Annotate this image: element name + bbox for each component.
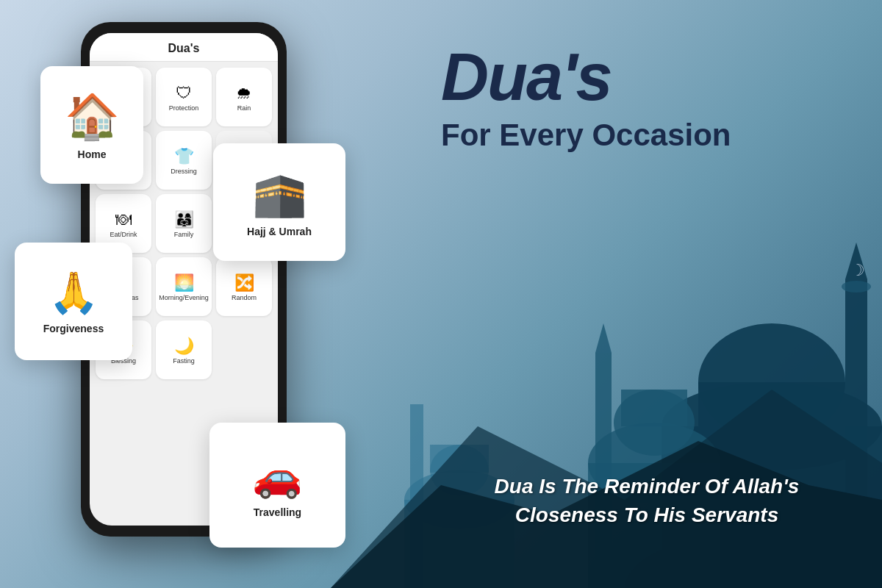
grid-item-fasting[interactable]: 🌙 Fasting xyxy=(156,320,212,379)
floating-travelling-label: Travelling xyxy=(254,506,301,518)
floating-card-home[interactable]: 🏠 Home xyxy=(40,66,143,184)
floating-home-icon: 🏠 xyxy=(65,90,120,143)
svg-marker-14 xyxy=(595,323,612,353)
app-title: Dua's xyxy=(441,44,838,110)
floating-hajj-icon: 🕋 xyxy=(252,168,307,220)
grid-item-rain[interactable]: 🌧 Rain xyxy=(216,68,272,126)
fasting-icon: 🌙 xyxy=(174,338,194,354)
protection-label: Protection xyxy=(169,104,199,112)
phone-header: Dua's xyxy=(90,33,278,62)
svg-text:☽: ☽ xyxy=(850,261,865,279)
app-subtitle: For Every Occasion xyxy=(441,118,838,153)
svg-point-7 xyxy=(842,281,871,293)
tagline: Dua Is The Reminder Of Allah's Closeness… xyxy=(456,472,838,529)
dressing-label: Dressing xyxy=(171,168,197,175)
floating-card-forgiveness[interactable]: 🙏 Forgiveness xyxy=(15,243,132,360)
floating-card-travelling[interactable]: 🚗 Travelling xyxy=(209,423,345,548)
random-icon: 🔀 xyxy=(234,275,254,291)
dressing-icon: 👕 xyxy=(174,148,194,165)
right-panel: Dua's For Every Occasion xyxy=(441,44,838,153)
eatdrink-label: Eat/Drink xyxy=(110,231,137,238)
svg-rect-12 xyxy=(621,390,687,426)
morning-label: Morning/Evening xyxy=(159,294,209,301)
floating-travelling-icon: 🚗 xyxy=(252,453,303,501)
rain-label: Rain xyxy=(237,104,251,112)
protection-icon: 🛡 xyxy=(176,85,192,101)
floating-hajj-label: Hajj & Umrah xyxy=(247,226,312,237)
family-label: Family xyxy=(174,231,194,238)
family-icon: 👨‍👩‍👧 xyxy=(174,212,194,228)
floating-card-hajj[interactable]: 🕋 Hajj & Umrah xyxy=(213,143,345,261)
floating-home-label: Home xyxy=(78,148,107,160)
eatdrink-icon: 🍽 xyxy=(115,212,132,228)
grid-item-morning[interactable]: 🌅 Morning/Evening xyxy=(156,257,212,316)
morning-icon: 🌅 xyxy=(174,275,194,291)
grid-item-dressing[interactable]: 👕 Dressing xyxy=(156,131,212,190)
rain-icon: 🌧 xyxy=(236,85,252,101)
grid-item-protection[interactable]: 🛡 Protection xyxy=(156,68,212,126)
floating-forgiveness-label: Forgiveness xyxy=(43,323,104,334)
floating-forgiveness-icon: 🙏 xyxy=(49,269,99,317)
grid-item-blank2 xyxy=(216,320,272,379)
grid-item-random[interactable]: 🔀 Random xyxy=(216,257,272,316)
random-label: Random xyxy=(232,294,257,301)
grid-item-family[interactable]: 👨‍👩‍👧 Family xyxy=(156,194,212,253)
fasting-label: Fasting xyxy=(173,357,195,365)
